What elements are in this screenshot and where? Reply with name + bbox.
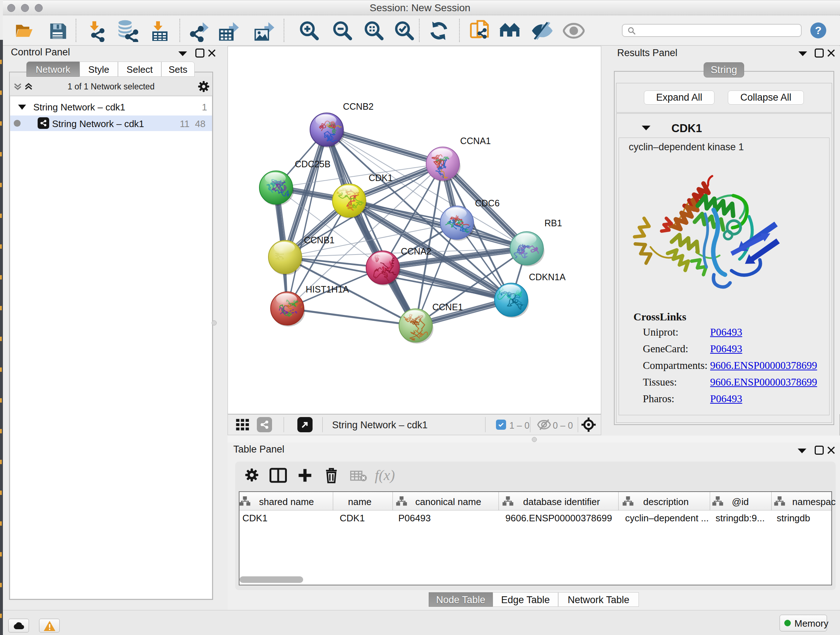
svg-text:CCNE1: CCNE1 — [432, 302, 463, 312]
svg-text:CCNB2: CCNB2 — [343, 101, 374, 111]
svg-text:CDC25B: CDC25B — [295, 159, 331, 169]
svg-text:CDC6: CDC6 — [475, 198, 500, 208]
svg-text:CDK1: CDK1 — [369, 173, 393, 183]
svg-text:CCNA1: CCNA1 — [460, 136, 491, 146]
svg-text:CCNB1: CCNB1 — [304, 235, 335, 245]
svg-text:CCNA2: CCNA2 — [401, 246, 431, 256]
svg-text:RB1: RB1 — [545, 218, 562, 228]
svg-text:CDKN1A: CDKN1A — [529, 272, 566, 282]
svg-text:HIST1H1A: HIST1H1A — [306, 284, 349, 295]
